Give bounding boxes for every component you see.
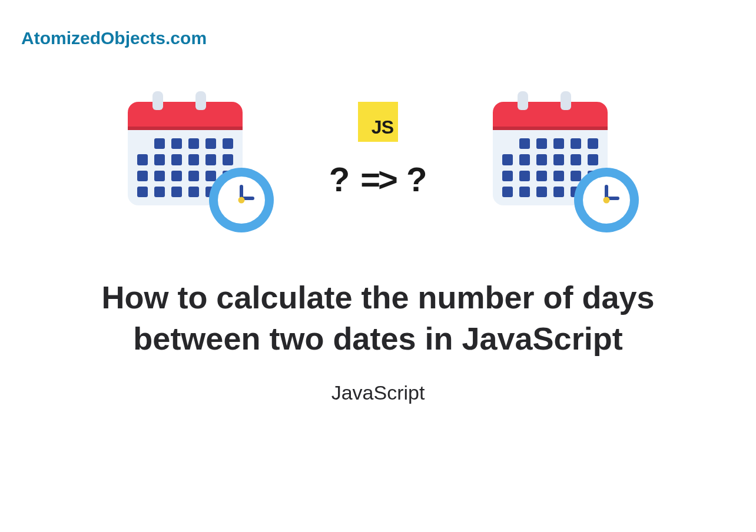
page-subtitle: JavaScript (331, 381, 425, 404)
middle-section: JS ? => ? (329, 102, 427, 199)
arrow-icon: => (360, 159, 396, 199)
hero-illustration: JS ? => ? (128, 91, 628, 227)
calendar-clock-left (128, 91, 263, 227)
calendar-clock-right (493, 91, 628, 227)
arrow-expression: ? => ? (329, 159, 427, 199)
question-left: ? (329, 159, 350, 199)
js-badge-text: JS (372, 117, 393, 138)
site-name: AtomizedObjects.com (21, 28, 207, 48)
question-right: ? (406, 159, 427, 199)
clock-icon (574, 168, 639, 232)
clock-icon (209, 168, 274, 232)
page-title: How to calculate the number of days betw… (69, 277, 687, 359)
javascript-badge-icon: JS (358, 102, 398, 142)
